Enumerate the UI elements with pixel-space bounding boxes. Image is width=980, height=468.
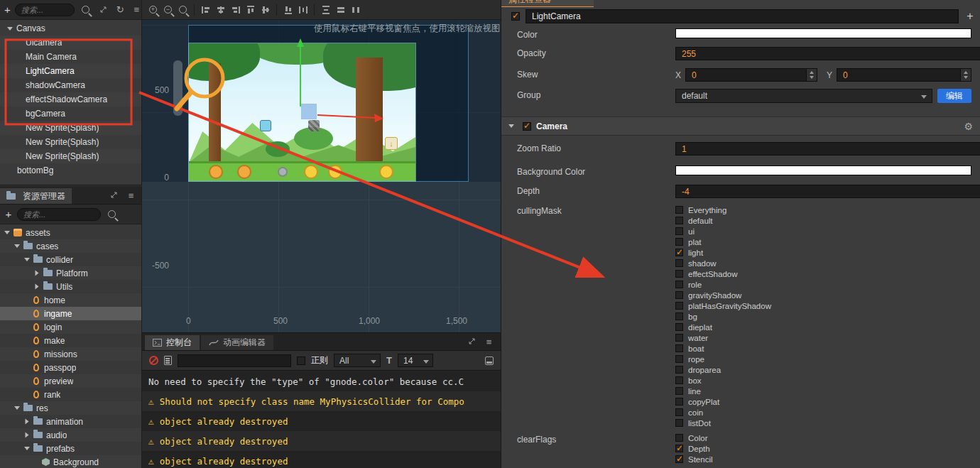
skew-x-input[interactable]: 0 <box>685 68 817 82</box>
culling-mask-checkbox[interactable] <box>675 217 683 224</box>
culling-mask-checkbox[interactable] <box>675 398 683 406</box>
asset-item[interactable]: animation <box>0 415 141 428</box>
hierarchy-item[interactable]: shadowCamera <box>0 78 141 92</box>
expand-arrow-icon[interactable] <box>36 284 39 290</box>
asset-item[interactable]: cases <box>0 239 141 253</box>
selected-node-bounds[interactable] <box>301 104 317 119</box>
culling-mask-checkbox[interactable] <box>675 238 683 246</box>
log-file-icon[interactable] <box>164 356 172 365</box>
assets-tab[interactable]: 资源管理器 <box>0 188 72 204</box>
culling-mask-checkbox[interactable] <box>675 249 683 256</box>
culling-mask-checkbox[interactable] <box>675 419 683 427</box>
asset-item[interactable]: Utils <box>0 280 141 293</box>
console-log-row[interactable]: ⚠object already destroyed <box>142 411 501 431</box>
panel-menu-icon[interactable]: ≡ <box>483 337 495 347</box>
asset-item[interactable]: rank <box>0 388 141 401</box>
culling-mask-option[interactable]: ui <box>675 226 771 236</box>
culling-mask-checkbox[interactable] <box>675 206 683 214</box>
asset-item[interactable]: preview <box>0 374 141 388</box>
align-bottom-icon[interactable] <box>281 0 295 20</box>
culling-mask-checkbox[interactable] <box>675 387 683 395</box>
camera-enabled-checkbox[interactable] <box>523 122 531 131</box>
asset-item[interactable]: Background <box>0 455 141 468</box>
culling-mask-checkbox[interactable] <box>675 323 683 331</box>
culling-mask-option[interactable]: box <box>675 375 771 386</box>
hierarchy-item[interactable]: effectShadowCamera <box>0 92 141 107</box>
culling-mask-option[interactable]: coin <box>675 407 771 418</box>
panel-menu-icon[interactable]: ≡ <box>125 190 137 201</box>
hierarchy-item[interactable]: Main Camera <box>0 50 141 64</box>
align-left-icon[interactable] <box>199 0 212 20</box>
culling-mask-option[interactable]: Everything <box>675 205 771 215</box>
search-icon[interactable] <box>105 205 119 224</box>
same-height-icon[interactable] <box>349 0 362 20</box>
asset-item[interactable]: passpop <box>0 361 141 374</box>
distribute-v-icon[interactable] <box>319 0 332 20</box>
hierarchy-item[interactable]: LightCamera <box>0 64 141 78</box>
expand-arrow-icon[interactable] <box>14 406 20 410</box>
inspector-tab[interactable]: 属性检查器 <box>501 0 594 7</box>
culling-mask-option[interactable]: rope <box>675 354 771 364</box>
add-component-button[interactable]: + <box>964 10 976 23</box>
asset-item[interactable]: missions <box>0 347 141 361</box>
toggle-detail-pane-icon[interactable] <box>485 357 494 365</box>
culling-mask-checkbox[interactable] <box>675 408 683 416</box>
culling-mask-option[interactable]: platHasGravityShadow <box>675 300 771 311</box>
culling-mask-option[interactable]: gravityShadow <box>675 290 771 300</box>
expand-arrow-icon[interactable] <box>24 258 30 261</box>
expand-arrow-icon[interactable] <box>26 432 29 438</box>
expand-arrow-icon[interactable] <box>4 231 10 234</box>
hierarchy-item[interactable]: bottomBg <box>0 163 141 178</box>
stepper-arrows[interactable] <box>806 69 817 81</box>
culling-mask-option[interactable]: shadow <box>675 258 771 268</box>
expand-panel-icon[interactable] <box>110 191 118 201</box>
align-top-icon[interactable] <box>244 0 257 20</box>
log-level-select[interactable]: All <box>334 354 381 367</box>
culling-mask-option[interactable]: bg <box>675 311 771 322</box>
assets-search-input[interactable] <box>17 208 101 221</box>
culling-mask-option[interactable]: boat <box>675 343 771 354</box>
expand-panel-icon[interactable] <box>97 0 110 20</box>
log-filter-input[interactable] <box>178 354 291 367</box>
expand-arrow-icon[interactable] <box>14 244 20 248</box>
opacity-input[interactable]: 255 <box>675 47 980 60</box>
culling-mask-checkbox[interactable] <box>675 302 683 310</box>
culling-mask-option[interactable]: light <box>675 247 771 258</box>
asset-item[interactable]: collider <box>0 253 141 266</box>
expand-arrow-icon[interactable] <box>26 419 29 425</box>
asset-item[interactable]: Platform <box>0 266 141 280</box>
hierarchy-item[interactable]: New Sprite(Splash) <box>0 135 141 149</box>
console-log-row[interactable]: ⚠object already destroyed <box>142 431 501 451</box>
culling-mask-checkbox[interactable] <box>675 259 683 267</box>
culling-mask-option[interactable]: role <box>675 279 771 290</box>
culling-mask-checkbox[interactable] <box>675 376 683 384</box>
culling-mask-checkbox[interactable] <box>675 366 683 374</box>
console-log-row[interactable]: No need to specify the "type" of "gnode.… <box>142 371 501 391</box>
expand-arrow-icon[interactable] <box>36 271 39 276</box>
expand-arrow-icon[interactable] <box>7 27 13 31</box>
hierarchy-search-input[interactable] <box>15 4 75 16</box>
zoom-in-icon[interactable] <box>146 0 160 20</box>
zoom-out-icon[interactable] <box>161 0 175 20</box>
align-h-center-icon[interactable] <box>214 0 227 20</box>
culling-mask-checkbox[interactable] <box>675 270 683 278</box>
asset-item[interactable]: audio <box>0 428 141 442</box>
culling-mask-checkbox[interactable] <box>675 227 683 235</box>
refresh-icon[interactable]: ↻ <box>114 4 126 15</box>
align-right-icon[interactable] <box>229 0 242 20</box>
group-select[interactable]: default <box>675 89 932 103</box>
font-size-select[interactable]: 14 <box>398 354 433 367</box>
culling-mask-checkbox[interactable] <box>675 355 683 363</box>
scene-scrollbar-thumb[interactable] <box>173 60 183 116</box>
clear-flags-checkbox[interactable] <box>675 455 683 463</box>
clear-flags-option[interactable]: Depth <box>675 443 713 454</box>
distribute-h-icon[interactable] <box>296 0 310 20</box>
background-color-swatch[interactable] <box>675 165 971 175</box>
depth-input[interactable]: -4 <box>675 185 980 198</box>
console-log-row[interactable]: ⚠Should not specify class name MyPhysics… <box>142 391 501 411</box>
clear-flags-option[interactable]: Stencil <box>675 454 713 464</box>
culling-mask-checkbox[interactable] <box>675 281 683 288</box>
camera-section-header[interactable]: Camera ⚙ <box>501 116 980 136</box>
culling-mask-option[interactable]: water <box>675 332 771 343</box>
culling-mask-option[interactable]: dieplat <box>675 322 771 332</box>
